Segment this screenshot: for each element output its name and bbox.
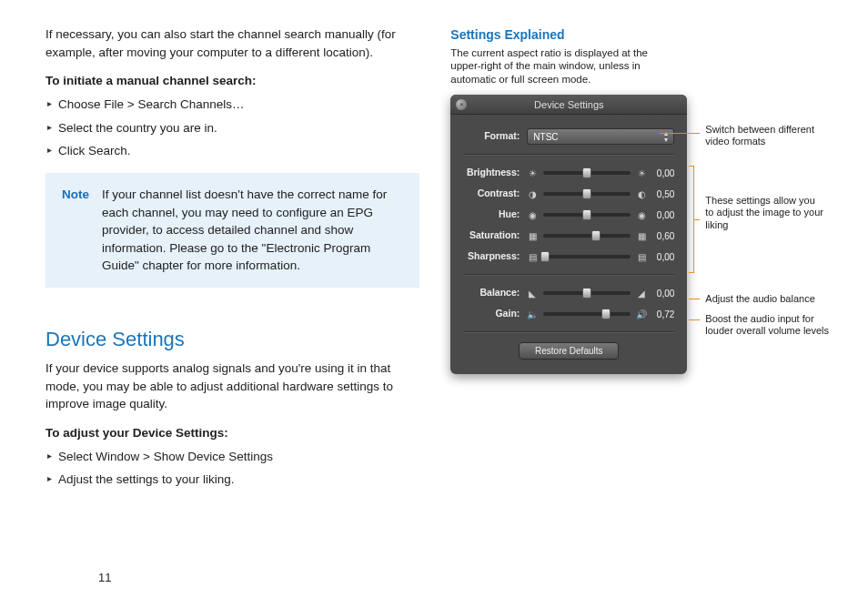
slider-label: Sharpness: [463,249,520,264]
audio-slider-row: Balance:◣◢0,00 [463,285,674,301]
slider-knob[interactable] [591,230,601,241]
slider-label: Brightness: [463,166,520,180]
image-slider-row: Brightness:☀☀0,00 [463,165,674,181]
slider-max-icon: ◐ [636,187,647,201]
image-slider-row: Contrast:◑◐0,50 [463,186,674,202]
divider [463,154,674,156]
callout-image: These settings allow you to adjust the i… [705,195,825,231]
ds-steps: Select Window > Show Device Settings Adj… [47,448,419,490]
slider-track[interactable] [543,192,631,196]
slider-track[interactable] [543,291,631,295]
callout-format: Switch between different video formats [705,124,823,147]
slider-value: 0,00 [647,167,674,180]
image-slider-row: Hue:◉◉0,00 [463,207,674,223]
slider-track[interactable] [543,312,631,316]
slider-track[interactable] [543,255,631,258]
ds-steps-heading: To adjust your Device Settings: [45,424,419,442]
slider-min-icon: ◑ [527,187,538,201]
callout-gain: Boost the audio input for louder overall… [705,313,842,337]
page-number: 11 [98,569,111,587]
slider-max-icon: 🔊 [636,308,647,321]
step-item: Adjust the settings to your liking. [47,471,419,489]
slider-knob[interactable] [582,167,591,178]
close-icon[interactable]: × [456,99,467,110]
format-select[interactable]: NTSC ▴▾ [527,128,674,145]
callout-balance: Adjust the audio balance [705,293,842,305]
slider-max-icon: ▦ [636,229,647,243]
note-box: Note If your channel list doesn't have t… [45,173,419,288]
slider-value: 0,00 [647,208,674,222]
device-settings-figure: × Device Settings Format: NTSC ▴▾ Bright… [450,95,850,374]
slider-label: Balance: [463,286,520,300]
slider-label: Contrast: [463,187,520,201]
format-value: NTSC [533,130,558,144]
panel-title-bar: × Device Settings [450,95,687,115]
slider-label: Gain: [463,307,520,321]
audio-slider-row: Gain:🔈🔊0,72 [463,306,674,322]
slider-min-icon: ◣ [527,287,538,300]
slider-knob[interactable] [582,188,591,199]
slider-min-icon: ◉ [527,208,538,222]
intro-paragraph: If necessary, you can also start the cha… [45,25,419,61]
format-label: Format: [463,129,520,144]
slider-knob[interactable] [601,309,611,319]
slider-min-icon: ☀ [527,167,538,180]
slider-min-icon: ▤ [527,250,538,264]
slider-value: 0,60 [647,229,674,243]
divider [463,274,674,276]
manual-search-heading: To initiate a manual channel search: [45,72,419,90]
divider [463,331,674,333]
step-item: Select the country you are in. [47,119,419,137]
slider-track[interactable] [543,234,631,238]
slider-max-icon: ◢ [636,287,647,300]
note-body: If your channel list doesn't have the co… [102,186,403,275]
settings-explained-title: Settings Explained [450,25,850,45]
slider-track[interactable] [543,213,631,217]
note-label: Note [62,186,89,275]
slider-label: Hue: [463,208,520,222]
slider-value: 0,00 [647,287,674,300]
slider-knob[interactable] [582,209,591,220]
step-item: Choose File > Search Channels… [47,96,419,114]
panel-title: Device Settings [534,99,603,110]
restore-defaults-button[interactable]: Restore Defaults [519,342,619,360]
image-slider-row: Sharpness:▤▤0,00 [463,248,674,265]
slider-min-icon: 🔈 [527,308,538,321]
slider-min-icon: ▦ [527,229,538,243]
slider-value: 0,72 [647,308,674,321]
slider-value: 0,50 [647,187,674,201]
ds-intro-paragraph: If your device supports analog signals a… [45,360,419,413]
slider-max-icon: ◉ [636,208,647,222]
device-settings-heading: Device Settings [45,324,419,354]
device-settings-panel: × Device Settings Format: NTSC ▴▾ Bright… [450,95,687,374]
slider-value: 0,00 [647,250,674,264]
slider-knob[interactable] [540,251,550,262]
slider-label: Saturation: [463,228,520,243]
slider-max-icon: ☀ [636,167,647,180]
manual-search-steps: Choose File > Search Channels… Select th… [47,96,419,160]
slider-knob[interactable] [582,288,591,299]
step-item: Select Window > Show Device Settings [47,448,419,466]
slider-track[interactable] [543,171,631,175]
image-slider-row: Saturation:▦▦0,60 [463,228,674,244]
slider-max-icon: ▤ [636,250,647,264]
settings-explained-caption: The current aspect ratio is displayed at… [450,46,651,86]
step-item: Click Search. [47,142,419,160]
